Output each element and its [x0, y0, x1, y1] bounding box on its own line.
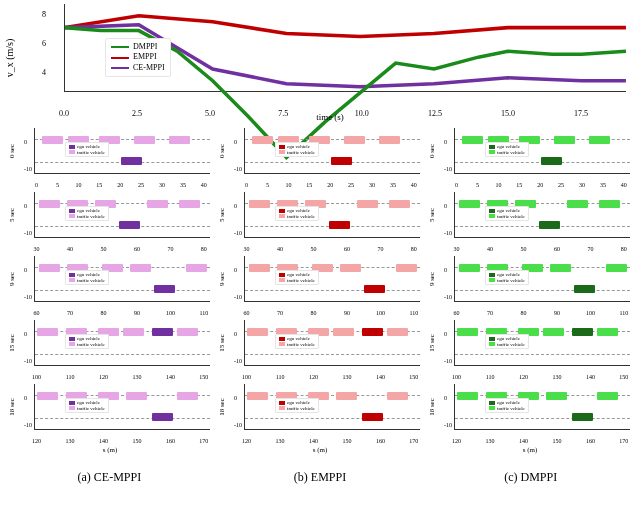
- snapshot-legend: ego vehicletraffic vehicle: [275, 398, 319, 413]
- snapshot-legend: ego vehicletraffic vehicle: [65, 142, 109, 157]
- traffic-vehicle: [589, 136, 610, 144]
- snapshot-plot: 15 sec0-10ego vehicletraffic vehicle1001…: [8, 318, 212, 380]
- traffic-vehicle: [147, 200, 168, 208]
- figure-root: v_x (m/s) 4 6 8 DMPPI EMPPI CE-MPPI 0.0 …: [0, 0, 640, 489]
- ego-vehicle: [331, 157, 352, 165]
- caption-a: (a) CE-MPPI: [4, 470, 215, 485]
- snapshot-plot: 18 sec0-10ego vehicletraffic vehicle1201…: [8, 382, 212, 444]
- snapshot-ylabel: 15 sec: [8, 334, 16, 352]
- traffic-vehicle: [340, 264, 361, 272]
- snapshot-ylabel: 15 sec: [428, 334, 436, 352]
- traffic-vehicle: [177, 392, 198, 400]
- snapshots-grid: 0 sec0-10ego vehicletraffic vehicle05101…: [8, 126, 632, 454]
- ego-vehicle: [362, 413, 383, 421]
- ego-vehicle: [574, 285, 595, 293]
- traffic-vehicle: [606, 264, 627, 272]
- traffic-vehicle: [123, 328, 144, 336]
- snapshot-legend: ego vehicletraffic vehicle: [485, 398, 529, 413]
- snapshot-legend: ego vehicletraffic vehicle: [65, 398, 109, 413]
- velocity-xlabel: time (s): [316, 112, 344, 122]
- ego-vehicle: [572, 413, 593, 421]
- snapshot-legend: ego vehicletraffic vehicle: [485, 206, 529, 221]
- snapshot-legend: ego vehicletraffic vehicle: [65, 334, 109, 349]
- traffic-vehicle: [597, 392, 618, 400]
- snapshot-ylabel: 18 sec: [218, 398, 226, 416]
- caption-c: (c) DMPPI: [425, 470, 636, 485]
- snapshot-xlabel: s (m): [428, 446, 632, 454]
- legend-swatch-dmppi: [111, 46, 129, 48]
- caption-b: (b) EMPPI: [215, 470, 426, 485]
- traffic-vehicle: [599, 200, 620, 208]
- snapshot-plot: 0 sec0-10ego vehicletraffic vehicle05101…: [218, 126, 422, 188]
- ego-vehicle: [152, 328, 173, 336]
- ego-vehicle: [364, 285, 385, 293]
- snapshot-plot: 5 sec0-10ego vehicletraffic vehicle30405…: [8, 190, 212, 252]
- snapshot-legend: ego vehicletraffic vehicle: [485, 270, 529, 285]
- traffic-vehicle: [130, 264, 151, 272]
- traffic-vehicle: [357, 200, 378, 208]
- traffic-vehicle: [344, 136, 365, 144]
- velocity-plot: v_x (m/s) 4 6 8 DMPPI EMPPI CE-MPPI 0.0 …: [34, 4, 626, 112]
- traffic-vehicle: [134, 136, 155, 144]
- traffic-vehicle: [457, 328, 478, 336]
- snapshot-plot: 9 sec0-10ego vehicletraffic vehicle60708…: [218, 254, 422, 316]
- snapshot-ylabel: 5 sec: [218, 208, 226, 222]
- snapshots-column: 0 sec0-10ego vehicletraffic vehicle05101…: [8, 126, 212, 454]
- ego-vehicle: [121, 157, 142, 165]
- traffic-vehicle: [37, 392, 58, 400]
- snapshot-ylabel: 9 sec: [428, 272, 436, 286]
- ego-vehicle: [541, 157, 562, 165]
- snapshots-column: 0 sec0-10ego vehicletraffic vehicle05101…: [218, 126, 422, 454]
- snapshot-ylabel: 18 sec: [8, 398, 16, 416]
- traffic-vehicle: [177, 328, 198, 336]
- ego-vehicle: [362, 328, 383, 336]
- snapshot-xlabel: s (m): [218, 446, 422, 454]
- traffic-vehicle: [247, 392, 268, 400]
- snapshot-ylabel: 5 sec: [8, 208, 16, 222]
- traffic-vehicle: [459, 200, 480, 208]
- traffic-vehicle: [379, 136, 400, 144]
- snapshot-legend: ego vehicletraffic vehicle: [65, 206, 109, 221]
- traffic-vehicle: [457, 392, 478, 400]
- snapshot-legend: ego vehicletraffic vehicle: [275, 206, 319, 221]
- traffic-vehicle: [336, 392, 357, 400]
- snapshot-legend: ego vehicletraffic vehicle: [275, 270, 319, 285]
- traffic-vehicle: [186, 264, 207, 272]
- legend-swatch-emppi: [111, 57, 129, 59]
- traffic-vehicle: [333, 328, 354, 336]
- snapshot-ylabel: 18 sec: [428, 398, 436, 416]
- traffic-vehicle: [396, 264, 417, 272]
- snapshot-xlabel: s (m): [8, 446, 212, 454]
- subcaptions: (a) CE-MPPI (b) EMPPI (c) DMPPI: [4, 470, 636, 485]
- traffic-vehicle: [543, 328, 564, 336]
- snapshot-plot: 5 sec0-10ego vehicletraffic vehicle30405…: [428, 190, 632, 252]
- snapshot-plot: 18 sec0-10ego vehicletraffic vehicle1201…: [428, 382, 632, 444]
- traffic-vehicle: [39, 200, 60, 208]
- traffic-vehicle: [169, 136, 190, 144]
- ego-vehicle: [572, 328, 593, 336]
- snapshot-legend: ego vehicletraffic vehicle: [485, 334, 529, 349]
- ego-vehicle: [329, 221, 350, 229]
- ego-vehicle: [152, 413, 173, 421]
- snapshot-plot: 15 sec0-10ego vehicletraffic vehicle1001…: [218, 318, 422, 380]
- snapshot-plot: 9 sec0-10ego vehicletraffic vehicle60708…: [428, 254, 632, 316]
- ego-vehicle: [154, 285, 175, 293]
- snapshot-plot: 15 sec0-10ego vehicletraffic vehicle1001…: [428, 318, 632, 380]
- traffic-vehicle: [389, 200, 410, 208]
- snapshot-ylabel: 0 sec: [428, 144, 436, 158]
- snapshot-plot: 0 sec0-10ego vehicletraffic vehicle05101…: [428, 126, 632, 188]
- traffic-vehicle: [387, 392, 408, 400]
- snapshot-ylabel: 9 sec: [218, 272, 226, 286]
- snapshot-legend: ego vehicletraffic vehicle: [275, 142, 319, 157]
- traffic-vehicle: [550, 264, 571, 272]
- traffic-vehicle: [247, 328, 268, 336]
- traffic-vehicle: [546, 392, 567, 400]
- snapshot-plot: 0 sec0-10ego vehicletraffic vehicle05101…: [8, 126, 212, 188]
- traffic-vehicle: [249, 264, 270, 272]
- snapshot-plot: 18 sec0-10ego vehicletraffic vehicle1201…: [218, 382, 422, 444]
- snapshot-ylabel: 5 sec: [428, 208, 436, 222]
- snapshot-legend: ego vehicletraffic vehicle: [275, 334, 319, 349]
- traffic-vehicle: [459, 264, 480, 272]
- traffic-vehicle: [597, 328, 618, 336]
- snapshot-legend: ego vehicletraffic vehicle: [485, 142, 529, 157]
